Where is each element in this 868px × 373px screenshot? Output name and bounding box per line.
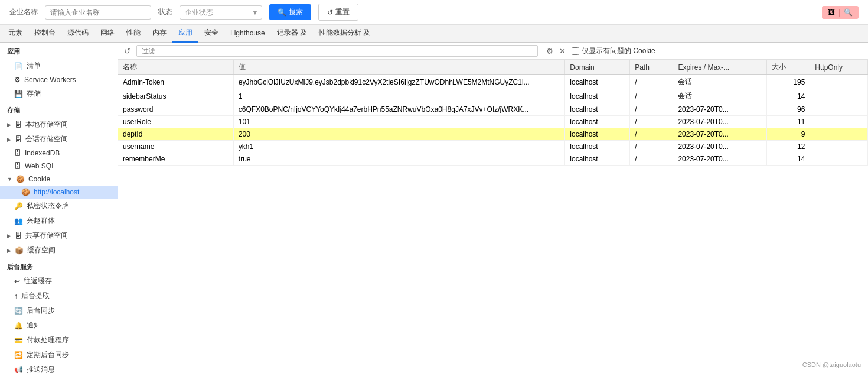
- search-icon: 🔍: [278, 8, 286, 17]
- private-state-label: 私密状态令牌: [27, 201, 69, 211]
- col-header-path: Path: [630, 60, 673, 75]
- icon-action-button-1[interactable]: 🖼 | 🔍: [822, 6, 859, 19]
- tab-performance[interactable]: 性能: [120, 25, 146, 43]
- sidebar-item-notifications[interactable]: 🔔 通知: [0, 318, 118, 333]
- sidebar-item-session-storage[interactable]: ▶ 🗄 会话存储空间: [0, 132, 118, 147]
- tab-application[interactable]: 应用: [172, 25, 198, 43]
- table-row[interactable]: passwordc6QFX0BoPNC/nIjoVCYYoQYkIj44a7er…: [118, 103, 868, 116]
- status-select[interactable]: 企业状态: [180, 5, 262, 20]
- col-header-expires: Expires / Max-...: [673, 60, 767, 75]
- tab-recorder[interactable]: 记录器 及: [271, 25, 313, 43]
- push-msg-label: 推送消息: [27, 365, 55, 373]
- back-fetch-label: 后台提取: [21, 291, 50, 301]
- sidebar-item-push-msg[interactable]: 📢 推送消息: [0, 362, 118, 373]
- websql-icon: 🗄: [14, 162, 21, 170]
- tab-sources[interactable]: 源代码: [61, 25, 94, 43]
- periodic-sync-icon: 🔁: [14, 351, 23, 359]
- sidebar-item-back-cache[interactable]: ↩ 往返缓存: [0, 274, 118, 288]
- local-storage-label: 本地存储空间: [25, 119, 68, 129]
- payment-handler-label: 付款处理程序: [27, 335, 69, 345]
- sidebar-item-interest-groups[interactable]: 👥 兴趣群体: [0, 213, 118, 228]
- sidebar-item-cache-storage[interactable]: ▶ 📦 缓存空间: [0, 243, 118, 258]
- periodic-sync-label: 定期后台同步: [27, 350, 69, 360]
- sidebar-item-cookie-localhost[interactable]: 🍪 http://localhost: [0, 186, 118, 199]
- service-workers-icon: ⚙: [14, 76, 21, 84]
- notifications-icon: 🔔: [14, 322, 23, 330]
- expand-session-icon: ▶: [7, 137, 11, 142]
- interest-groups-icon: 👥: [14, 217, 23, 225]
- sidebar: 应用 📄 清单 ⚙ Service Workers 💾 存储 存储 ▶ 🗄 本地…: [0, 43, 118, 373]
- sidebar-item-payment-handler[interactable]: 💳 付款处理程序: [0, 333, 118, 348]
- tab-elements[interactable]: 元素: [2, 25, 28, 43]
- manifest-label: 清单: [27, 61, 41, 71]
- notifications-label: 通知: [27, 320, 41, 330]
- websql-label: Web SQL: [25, 162, 56, 170]
- sidebar-item-shared-storage[interactable]: ▶ 🗄 共享存储空间: [0, 228, 118, 243]
- table-row[interactable]: rememberMetruelocalhost/2023-07-20T0...1…: [118, 153, 868, 166]
- manifest-icon: 📄: [14, 62, 23, 70]
- table-row[interactable]: sidebarStatus1localhost/会话14: [118, 89, 868, 103]
- table-row[interactable]: userRole101localhost/2023-07-20T0...11: [118, 116, 868, 128]
- show-problems-label[interactable]: 仅显示有问题的 Cookie: [572, 46, 655, 56]
- show-problems-checkbox[interactable]: [572, 47, 579, 55]
- cookie-table: 名称 值 Domain Path Expires / Max-... 大小 Ht…: [118, 60, 868, 166]
- show-problems-text: 仅显示有问题的 Cookie: [582, 46, 655, 56]
- refresh-button[interactable]: ↺: [123, 46, 132, 57]
- table-row[interactable]: usernameykh1localhost/2023-07-20T0...12: [118, 141, 868, 153]
- back-sync-label: 后台同步: [27, 306, 55, 316]
- sidebar-item-local-storage[interactable]: ▶ 🗄 本地存储空间: [0, 117, 118, 132]
- reset-button[interactable]: ↺ 重置: [318, 4, 358, 21]
- expand-cache-icon: ▶: [7, 248, 11, 254]
- main-panel: ↺ ⚙ ✕ 仅显示有问题的 Cookie 名称 值: [118, 43, 868, 373]
- filter-icon-clear[interactable]: ✕: [558, 46, 567, 57]
- tab-perf-insights[interactable]: 性能数据分析 及: [313, 25, 376, 43]
- action-icon-2: 🔍: [844, 8, 853, 17]
- tab-network[interactable]: 网络: [94, 25, 120, 43]
- session-storage-icon: 🗄: [15, 135, 22, 144]
- sidebar-item-service-workers[interactable]: ⚙ Service Workers: [0, 73, 118, 86]
- tab-security[interactable]: 安全: [198, 25, 224, 43]
- session-storage-label: 会话存储空间: [25, 134, 68, 144]
- divider-1: |: [838, 8, 840, 17]
- company-name-input[interactable]: [45, 5, 151, 20]
- reset-icon: ↺: [327, 8, 333, 17]
- sidebar-item-back-fetch[interactable]: ↑ 后台提取: [0, 288, 118, 303]
- col-header-value: 值: [233, 60, 565, 75]
- sidebar-item-cookie[interactable]: ▼ 🍪 Cookie: [0, 173, 118, 186]
- sidebar-item-websql[interactable]: 🗄 Web SQL: [0, 160, 118, 173]
- cookie-localhost-label: http://localhost: [34, 188, 79, 196]
- tab-lighthouse[interactable]: Lighthouse: [224, 25, 271, 43]
- sidebar-item-indexeddb[interactable]: 🗄 IndexedDB: [0, 147, 118, 160]
- tab-console[interactable]: 控制台: [28, 25, 61, 43]
- company-name-label: 企业名称: [9, 7, 38, 17]
- sidebar-item-storage-app[interactable]: 💾 存储: [0, 86, 118, 101]
- cookie-localhost-icon: 🍪: [21, 188, 30, 196]
- filter-bar: ↺ ⚙ ✕ 仅显示有问题的 Cookie: [118, 43, 868, 60]
- sidebar-item-periodic-sync[interactable]: 🔁 定期后台同步: [0, 348, 118, 362]
- sidebar-section-backend: 后台服务: [0, 258, 118, 274]
- indexeddb-icon: 🗄: [14, 149, 21, 157]
- cookie-table-wrapper: 名称 值 Domain Path Expires / Max-... 大小 Ht…: [118, 60, 868, 373]
- indexeddb-label: IndexedDB: [25, 149, 60, 157]
- shared-storage-label: 共享存储空间: [25, 231, 68, 241]
- back-cache-label: 往返缓存: [24, 276, 52, 286]
- tab-memory[interactable]: 内存: [146, 25, 172, 43]
- watermark: CSDN @taiguolaotu: [802, 361, 861, 368]
- filter-icon-settings[interactable]: ⚙: [545, 46, 554, 57]
- search-button[interactable]: 🔍 搜索: [269, 4, 311, 20]
- cache-storage-label: 缓存空间: [27, 245, 56, 255]
- table-row[interactable]: deptId200localhost/2023-07-20T0...9: [118, 128, 868, 141]
- payment-handler-icon: 💳: [14, 336, 23, 345]
- back-cache-icon: ↩: [14, 277, 20, 286]
- table-row[interactable]: Admin-TokeneyJhbGciOiJIUzUxMiJ9.eyJsb2dp…: [118, 75, 868, 89]
- sidebar-item-back-sync[interactable]: 🔄 后台同步: [0, 303, 118, 318]
- sidebar-item-private-state[interactable]: 🔑 私密状态令牌: [0, 199, 118, 213]
- private-state-icon: 🔑: [14, 202, 23, 210]
- expand-shared-icon: ▶: [7, 233, 11, 239]
- cookie-icon: 🍪: [16, 175, 25, 183]
- filter-input[interactable]: [136, 45, 538, 57]
- search-button-label: 搜索: [289, 7, 303, 17]
- devtools-tab-bar: 元素 控制台 源代码 网络 性能 内存 应用 安全 Lighthouse 记录器…: [0, 25, 868, 43]
- col-header-name: 名称: [118, 60, 233, 75]
- sidebar-item-manifest[interactable]: 📄 清单: [0, 59, 118, 73]
